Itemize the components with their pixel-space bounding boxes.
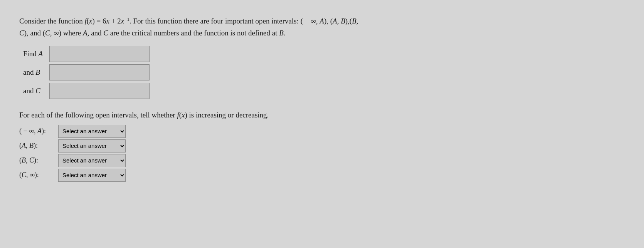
find-c-label: and C <box>23 87 46 95</box>
intervals-section: For each of the following open intervals… <box>19 110 366 182</box>
find-section: Find A and B and C <box>23 46 366 99</box>
find-a-input[interactable] <box>49 46 150 62</box>
find-b-input[interactable] <box>49 64 150 80</box>
find-a-row: Find A <box>23 46 366 62</box>
find-a-label: Find A <box>23 50 46 58</box>
interval-row-c-inf: (C, ∞): Select an answer Increasing Decr… <box>19 169 366 182</box>
function-label: f <box>84 17 86 25</box>
problem-text: Consider the function f(x) = 6x + 2x−1. … <box>19 15 366 39</box>
interval-select-neg-inf-a[interactable]: Select an answer Increasing Decreasing <box>58 125 126 138</box>
find-c-input[interactable] <box>49 83 150 99</box>
find-b-row: and B <box>23 64 366 80</box>
interval-label-neg-inf-a: ( − ∞, A): <box>19 127 56 135</box>
find-b-label: and B <box>23 68 46 77</box>
intervals-intro: For each of the following open intervals… <box>19 110 366 121</box>
interval-row-b-c: (B, C): Select an answer Increasing Decr… <box>19 154 366 167</box>
interval-select-c-inf[interactable]: Select an answer Increasing Decreasing <box>58 169 126 182</box>
interval-label-a-b: (A, B): <box>19 142 56 150</box>
interval-label-c-inf: (C, ∞): <box>19 171 56 179</box>
interval-row-neg-inf-a: ( − ∞, A): Select an answer Increasing D… <box>19 125 366 138</box>
interval-row-a-b: (A, B): Select an answer Increasing Decr… <box>19 139 366 152</box>
main-content: Consider the function f(x) = 6x + 2x−1. … <box>19 12 366 187</box>
interval-label-b-c: (B, C): <box>19 156 56 164</box>
interval-select-a-b[interactable]: Select an answer Increasing Decreasing <box>58 139 126 152</box>
find-c-row: and C <box>23 83 366 99</box>
interval-select-b-c[interactable]: Select an answer Increasing Decreasing <box>58 154 126 167</box>
